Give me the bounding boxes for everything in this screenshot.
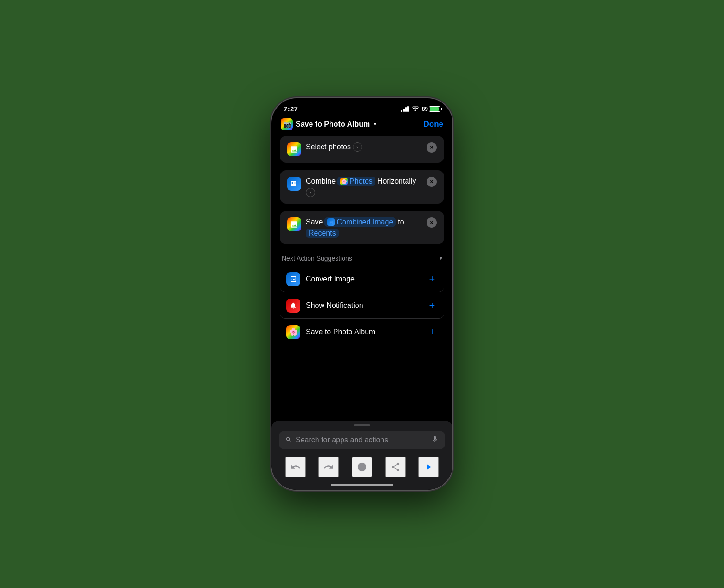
connector-1 (362, 166, 362, 170)
suggestion-item-convert[interactable]: Convert Image + (280, 267, 444, 292)
dynamic-island (334, 104, 390, 120)
combine-photos-text2: Horizontally (377, 177, 416, 185)
done-button[interactable]: Done (424, 120, 444, 129)
photos-token-icon: 🌸 (340, 178, 348, 185)
convert-image-add-button[interactable]: + (427, 274, 438, 285)
action-card-select-photos[interactable]: Select photos › × (280, 136, 444, 163)
suggestions-header[interactable]: Next Action Suggestions ▾ (280, 247, 444, 267)
toolbar-redo-button[interactable] (318, 457, 339, 477)
suggestions-collapse-icon: ▾ (440, 255, 442, 262)
select-photos-label: Select photos (306, 143, 351, 151)
combined-image-token[interactable]: ⊞ Combined Image (324, 217, 396, 227)
action-card-save-combined[interactable]: Save ⊞ Combined Image to Recents × (280, 211, 444, 244)
wifi-icon (412, 105, 419, 112)
status-time: 7:27 (284, 105, 298, 113)
combine-photos-title-row: Combine 🌸 Photos Horizontally › (306, 177, 422, 197)
phone-frame: 7:27 89 (272, 98, 452, 490)
microphone-icon[interactable] (431, 435, 439, 445)
combined-image-token-label: Combined Image (336, 218, 393, 226)
header-title-group[interactable]: 📷 Save to Photo Album ▾ (281, 118, 376, 130)
combined-image-token-icon: ⊞ (327, 218, 335, 226)
save-combined-icon (287, 217, 301, 231)
show-notification-icon (286, 299, 300, 313)
convert-image-label: Convert Image (306, 275, 421, 283)
status-icons: 89 (401, 105, 440, 112)
suggestions-title: Next Action Suggestions (282, 255, 352, 262)
save-combined-content: Save ⊞ Combined Image to Recents (306, 217, 422, 238)
battery-percent: 89 (422, 106, 428, 112)
combine-photos-close-button[interactable]: × (427, 177, 437, 187)
select-photos-content: Select photos › (306, 142, 422, 152)
header-app-icon: 📷 (281, 118, 293, 130)
connector-2 (362, 206, 362, 211)
toolbar-share-button[interactable] (385, 457, 406, 477)
action-card-combine-photos[interactable]: Combine 🌸 Photos Horizontally › × (280, 170, 444, 204)
search-bar[interactable]: Search for apps and actions (279, 431, 445, 449)
header-chevron-icon: ▾ (374, 121, 376, 128)
header-app-name: Save to Photo Album (296, 120, 370, 128)
toolbar-info-button[interactable] (352, 457, 372, 477)
toolbar (279, 455, 445, 481)
save-combined-text2: to (398, 218, 404, 226)
select-photos-icon (287, 142, 301, 156)
save-to-photo-album-icon: 🌸 (286, 325, 300, 339)
photos-token[interactable]: 🌸 Photos (337, 177, 375, 186)
save-combined-text1: Save (306, 218, 323, 226)
photos-token-label: Photos (349, 177, 373, 185)
select-photos-close-button[interactable]: × (427, 142, 437, 153)
show-notification-label: Show Notification (306, 301, 421, 310)
bottom-panel: Search for apps and actions (272, 421, 452, 490)
combine-photos-content: Combine 🌸 Photos Horizontally › (306, 177, 422, 197)
bottom-handle (354, 424, 370, 426)
recents-token-label: Recents (309, 229, 336, 237)
phone-screen: 7:27 89 (272, 98, 452, 490)
main-content: Select photos › × Combine (272, 136, 452, 421)
select-photos-chevron: › (353, 142, 362, 152)
combine-photos-icon (287, 177, 301, 191)
battery-icon: 89 (422, 106, 440, 112)
signal-icon (401, 106, 409, 112)
save-combined-title-row: Save ⊞ Combined Image to Recents (306, 217, 422, 238)
combine-photos-chevron: › (306, 188, 315, 197)
suggestion-item-save[interactable]: 🌸 Save to Photo Album + (280, 320, 444, 345)
suggestion-item-notify[interactable]: Show Notification + (280, 293, 444, 319)
home-indicator (331, 484, 393, 486)
convert-image-icon (286, 272, 300, 286)
save-to-photo-album-label: Save to Photo Album (306, 328, 421, 336)
show-notification-add-button[interactable]: + (427, 300, 438, 311)
recents-token[interactable]: Recents (306, 229, 339, 238)
combine-photos-text1: Combine (306, 177, 336, 185)
select-photos-title-row: Select photos › (306, 142, 422, 152)
search-placeholder-text: Search for apps and actions (296, 436, 427, 444)
toolbar-play-button[interactable] (418, 457, 439, 477)
save-combined-close-button[interactable]: × (427, 217, 437, 228)
save-to-photo-album-add-button[interactable]: + (427, 326, 438, 338)
search-icon (285, 436, 292, 444)
toolbar-undo-button[interactable] (285, 457, 306, 477)
